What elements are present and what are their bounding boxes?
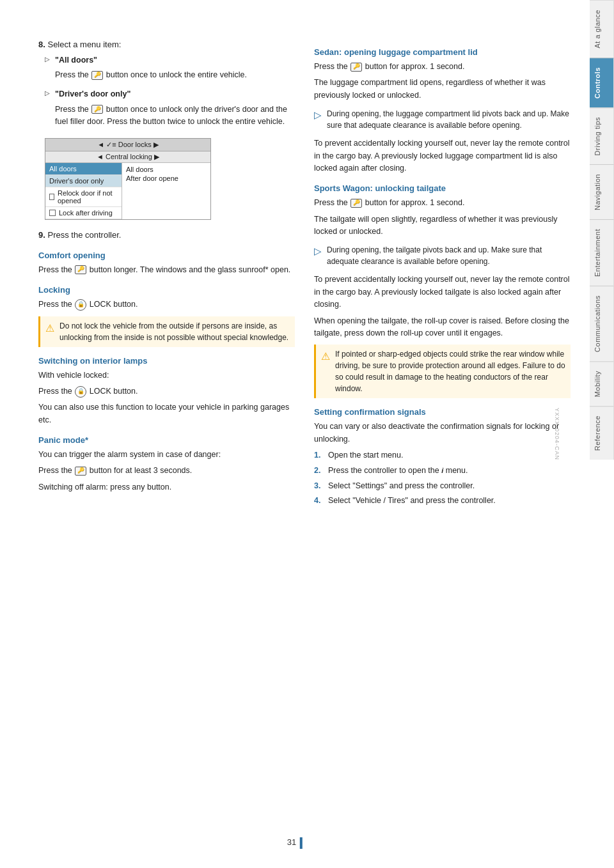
sports-heading: Sports Wagon: unlocking tailgate: [314, 183, 571, 193]
tab-mobility[interactable]: Mobility: [590, 361, 614, 406]
section-setting-signals: Setting confirmation signals You can var…: [314, 407, 571, 507]
all-doors-content: "All doors" Press the 🔑 button once to u…: [55, 54, 247, 85]
warning-triangle-icon-2: ⚠: [321, 349, 330, 394]
lock-icon-2: 🔒: [75, 386, 86, 398]
sedan-heading: Sedan: opening luggage compartment lid: [314, 47, 571, 57]
panic-text1: You can trigger the alarm system in case…: [38, 449, 295, 461]
page-container: 8. Select a menu item: ▷ "All doors" Pre…: [0, 0, 614, 868]
drivers-door-content: "Driver's door only" Press the 🔑 button …: [55, 88, 295, 130]
dl-header: ◄ ✓≡ Door locks ▶: [45, 139, 210, 151]
sports-note-box: ▷ During opening, the tailgate pivots ba…: [314, 242, 571, 270]
panic-text2: Press the 🔑 button for at least 3 second…: [38, 465, 295, 477]
door-locks-box: ◄ ✓≡ Door locks ▶ ◄ Central locking ▶ Al…: [45, 138, 211, 220]
tab-driving-tips[interactable]: Driving tips: [590, 107, 614, 164]
sports-text1: Press the 🔑 button for approx. 1 second.: [314, 197, 571, 209]
setting-steps-list: 1. Open the start menu. 2. Press the con…: [314, 449, 571, 507]
tab-at-a-glance[interactable]: At a glance: [590, 0, 614, 58]
comfort-heading: Comfort opening: [38, 251, 295, 260]
setting-text1: You can vary or also deactivate the conf…: [314, 421, 571, 446]
key-icon-2: 🔑: [91, 105, 103, 114]
dl-body: All doors Driver's door only Relock door…: [45, 163, 210, 219]
tab-communications[interactable]: Communications: [590, 286, 614, 361]
comfort-text: Press the 🔑 button longer. The windows a…: [38, 264, 295, 276]
tab-entertainment[interactable]: Entertainment: [590, 219, 614, 286]
page-number: 31: [287, 837, 303, 849]
interior-text1: With vehicle locked:: [38, 369, 295, 382]
setting-step-4: 4. Select "Vehicle / Tires" and press th…: [314, 495, 571, 507]
key-icon-1: 🔑: [91, 71, 103, 80]
step-8-block: 8. Select a menu item: ▷ "All doors" Pre…: [38, 38, 295, 130]
info-icon: i: [441, 467, 443, 474]
sedan-text3: To prevent accidentally locking yourself…: [314, 137, 571, 174]
watermark-text: YXXX-0204-CAN: [554, 408, 560, 460]
lock-icon-1: 🔒: [75, 299, 86, 311]
step-8-number: 8.: [38, 40, 45, 49]
arrow-icon-2: ▷: [45, 89, 50, 130]
dl-right-option-2: After door opene: [126, 174, 207, 183]
locking-heading: Locking: [38, 285, 295, 295]
sports-warning-text: If pointed or sharp-edged objects could …: [335, 348, 565, 394]
dl-subheader: ◄ Central locking ▶: [45, 151, 210, 163]
setting-step-1-num: 1.: [314, 449, 324, 461]
setting-step-1: 1. Open the start menu.: [314, 449, 571, 461]
tab-navigation[interactable]: Navigation: [590, 164, 614, 219]
checkbox-lock-driving-label: Lock after driving: [59, 209, 113, 217]
setting-step-4-text: Select "Vehicle / Tires" and press the c…: [328, 495, 496, 507]
setting-step-3: 3. Select "Settings" and press the contr…: [314, 480, 571, 492]
interior-heading: Switching on interior lamps: [38, 356, 295, 366]
dl-right-option-1: All doors: [126, 165, 207, 174]
right-column: Sedan: opening luggage compartment lid P…: [314, 38, 571, 513]
all-doors-text: Press the 🔑 button once to unlock the en…: [55, 69, 247, 81]
two-column-layout: 8. Select a menu item: ▷ "All doors" Pre…: [38, 38, 571, 513]
sedan-note-box: ▷ During opening, the luggage compartmen…: [314, 105, 571, 134]
left-column: 8. Select a menu item: ▷ "All doors" Pre…: [38, 38, 295, 513]
main-content: 8. Select a menu item: ▷ "All doors" Pre…: [0, 0, 590, 868]
dl-option-drivers-door[interactable]: Driver's door only: [45, 175, 122, 187]
panic-heading: Panic mode*: [38, 435, 295, 445]
sedan-text1: Press the 🔑 button for approx. 1 second.: [314, 61, 571, 73]
sedan-text2: The luggage compartment lid opens, regar…: [314, 77, 571, 102]
right-tabs: At a glance Controls Driving tips Naviga…: [590, 0, 614, 868]
drivers-door-text: Press the 🔑 button once to unlock only t…: [55, 104, 295, 128]
step-9-block: 9. Press the controller.: [38, 229, 295, 242]
step-8-text: Select a menu item:: [47, 40, 121, 49]
section-comfort: Comfort opening Press the 🔑 button longe…: [38, 251, 295, 276]
step-9-number: 9.: [38, 230, 45, 240]
drivers-door-label: "Driver's door only": [55, 88, 295, 100]
sports-text2: The tailgate will open slightly, regardl…: [314, 213, 571, 238]
all-doors-label: "All doors": [55, 54, 247, 66]
section-interior-lamps: Switching on interior lamps With vehicle…: [38, 356, 295, 427]
dl-options-left: All doors Driver's door only Relock door…: [45, 163, 122, 219]
drivers-door-item: ▷ "Driver's door only" Press the 🔑 butto…: [45, 88, 295, 130]
page-number-bar: [300, 837, 303, 849]
setting-heading: Setting confirmation signals: [314, 407, 571, 417]
interior-text2: Press the 🔒 LOCK button.: [38, 385, 295, 398]
setting-step-1-text: Open the start menu.: [328, 449, 403, 461]
key-icon-panic: 🔑: [75, 467, 86, 476]
interior-text3: You can also use this function to locate…: [38, 401, 295, 426]
checkbox-relock-icon[interactable]: [49, 194, 54, 200]
sports-text3: To prevent accidentally locking yourself…: [314, 274, 571, 311]
checkbox-lock-driving-icon[interactable]: [49, 210, 56, 216]
note-arrow-icon-2: ▷: [314, 244, 322, 267]
section-sports-wagon: Sports Wagon: unlocking tailgate Press t…: [314, 183, 571, 398]
dl-option-all-doors[interactable]: All doors: [45, 163, 122, 175]
key-icon-comfort: 🔑: [75, 265, 86, 274]
dl-options-right: All doors After door opene: [122, 163, 210, 219]
sports-text4: When opening the tailgate, the roll-up c…: [314, 315, 571, 340]
panic-text3: Switching off alarm: press any button.: [38, 481, 295, 493]
locking-text: Press the 🔒 LOCK button.: [38, 298, 295, 311]
key-icon-sedan: 🔑: [350, 63, 362, 72]
tab-controls[interactable]: Controls: [590, 58, 614, 107]
arrow-icon-1: ▷: [45, 56, 50, 85]
setting-step-3-num: 3.: [314, 480, 324, 492]
sedan-note-text: During opening, the luggage compartment …: [327, 108, 571, 131]
setting-step-2-text: Press the controller to open the i menu.: [328, 465, 468, 477]
checkbox-relock-label: Relock door if not opened: [58, 189, 118, 205]
dl-checkbox-relock: Relock door if not opened: [45, 187, 122, 207]
tab-reference[interactable]: Reference: [590, 406, 614, 460]
setting-step-2: 2. Press the controller to open the i me…: [314, 465, 571, 477]
all-doors-item: ▷ "All doors" Press the 🔑 button once to…: [45, 54, 295, 85]
setting-step-3-text: Select "Settings" and press the controll…: [328, 480, 475, 492]
sports-warning-box: ⚠ If pointed or sharp-edged objects coul…: [314, 345, 571, 398]
